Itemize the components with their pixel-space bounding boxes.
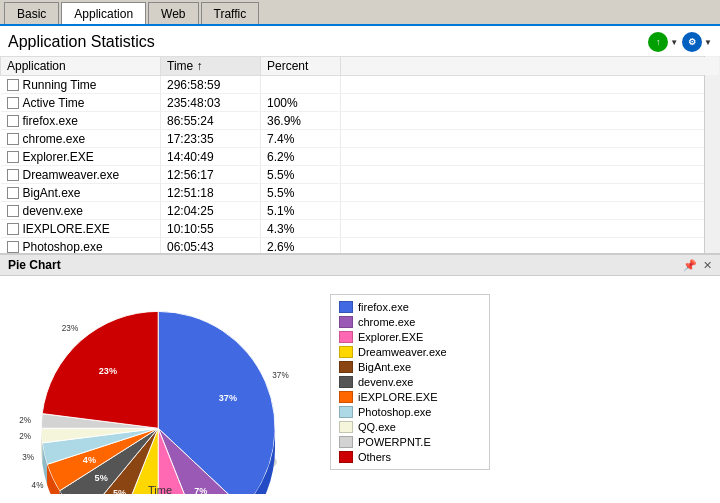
tab-application[interactable]: Application — [61, 2, 146, 24]
legend-color — [339, 436, 353, 448]
percent-cell: 6.2% — [261, 148, 341, 166]
settings-dropdown[interactable]: ▼ — [704, 38, 712, 47]
app-name-cell: devenv.exe — [1, 202, 161, 220]
time-cell: 10:10:55 — [161, 220, 261, 238]
time-cell: 12:56:17 — [161, 166, 261, 184]
table-section: Application Time ↑ Percent Running Time … — [0, 56, 720, 254]
pie-label: 5% — [113, 488, 126, 494]
settings-icon[interactable]: ⚙ — [682, 32, 702, 52]
legend-label: QQ.exe — [358, 421, 396, 433]
app-checkbox[interactable] — [7, 133, 19, 145]
app-checkbox[interactable] — [7, 97, 19, 109]
close-icon[interactable]: ✕ — [703, 259, 712, 272]
legend-item: POWERPNT.E — [339, 436, 481, 448]
app-name-cell: firefox.exe — [1, 112, 161, 130]
legend-item: chrome.exe — [339, 316, 481, 328]
scrollbar[interactable] — [704, 56, 720, 253]
app-checkbox[interactable] — [7, 79, 19, 91]
time-cell: 86:55:24 — [161, 112, 261, 130]
pie-label: 5% — [95, 473, 108, 483]
app-checkbox[interactable] — [7, 151, 19, 163]
legend-color — [339, 316, 353, 328]
pie-external-label: 3% — [22, 453, 34, 462]
header-icons: ↑ ▼ ⚙ ▼ — [648, 32, 712, 52]
pie-external-label: 23% — [62, 324, 78, 333]
page-title: Application Statistics — [8, 33, 155, 51]
table-row: Photoshop.exe 06:05:43 2.6% — [1, 238, 720, 254]
pie-external-label: 2% — [19, 432, 31, 441]
col-percent[interactable]: Percent — [261, 57, 341, 76]
percent-cell: 36.9% — [261, 112, 341, 130]
pie-header: Pie Chart 📌 ✕ — [0, 254, 720, 276]
section-header: Application Statistics ↑ ▼ ⚙ ▼ — [0, 26, 720, 56]
time-cell: 06:05:43 — [161, 238, 261, 254]
legend-color — [339, 376, 353, 388]
col-application[interactable]: Application — [1, 57, 161, 76]
pie-label: 7% — [194, 486, 207, 494]
app-name-cell: Running Time — [1, 76, 161, 94]
app-checkbox[interactable] — [7, 241, 19, 253]
pie-content: 37%7%6%6%5%5%4%23%37%7%6%6%5%5%4%3%2%2%2… — [0, 276, 720, 503]
percent-cell: 5.5% — [261, 166, 341, 184]
legend-color — [339, 346, 353, 358]
table-scroll[interactable]: Application Time ↑ Percent Running Time … — [0, 56, 720, 253]
legend-color — [339, 391, 353, 403]
pie-wrapper: 37%7%6%6%5%5%4%23%37%7%6%6%5%5%4%3%2%2%2… — [10, 284, 310, 494]
stats-table: Application Time ↑ Percent Running Time … — [0, 56, 720, 253]
legend-item: devenv.exe — [339, 376, 481, 388]
legend-label: Photoshop.exe — [358, 406, 431, 418]
pie-label: 23% — [99, 366, 117, 376]
table-row: Running Time 296:58:59 — [1, 76, 720, 94]
time-cell: 296:58:59 — [161, 76, 261, 94]
pie-legend: firefox.exe chrome.exe Explorer.EXE Drea… — [330, 294, 490, 470]
legend-item: Dreamweaver.exe — [339, 346, 481, 358]
legend-label: Dreamweaver.exe — [358, 346, 447, 358]
legend-color — [339, 451, 353, 463]
time-cell: 235:48:03 — [161, 94, 261, 112]
col-empty — [341, 57, 720, 76]
percent-cell: 5.5% — [261, 184, 341, 202]
legend-item: iEXPLORE.EXE — [339, 391, 481, 403]
table-row: Explorer.EXE 14:40:49 6.2% — [1, 148, 720, 166]
percent-cell: 4.3% — [261, 220, 341, 238]
tab-traffic[interactable]: Traffic — [201, 2, 260, 24]
pin-icon[interactable]: 📌 — [683, 259, 697, 272]
table-row: chrome.exe 17:23:35 7.4% — [1, 130, 720, 148]
chart-area: 37%7%6%6%5%5%4%23%37%7%6%6%5%5%4%3%2%2%2… — [10, 284, 700, 494]
pie-label: 37% — [219, 393, 237, 403]
time-cell: 12:04:25 — [161, 202, 261, 220]
time-cell: 14:40:49 — [161, 148, 261, 166]
legend-label: POWERPNT.E — [358, 436, 431, 448]
percent-cell: 2.6% — [261, 238, 341, 254]
app-name-cell: Photoshop.exe — [1, 238, 161, 254]
pie-header-controls: 📌 ✕ — [683, 259, 712, 272]
app-checkbox[interactable] — [7, 169, 19, 181]
app-checkbox[interactable] — [7, 205, 19, 217]
legend-item: BigAnt.exe — [339, 361, 481, 373]
col-time[interactable]: Time ↑ — [161, 57, 261, 76]
app-checkbox[interactable] — [7, 223, 19, 235]
pie-external-label: 2% — [19, 416, 31, 425]
legend-color — [339, 361, 353, 373]
legend-color — [339, 406, 353, 418]
pie-chart-svg: 37%7%6%6%5%5%4%23%37%7%6%6%5%5%4%3%2%2%2… — [10, 284, 310, 494]
export-dropdown[interactable]: ▼ — [670, 38, 678, 47]
table-row: Dreamweaver.exe 12:56:17 5.5% — [1, 166, 720, 184]
export-icon[interactable]: ↑ — [648, 32, 668, 52]
app-name-cell: Dreamweaver.exe — [1, 166, 161, 184]
percent-cell: 100% — [261, 94, 341, 112]
app-checkbox[interactable] — [7, 115, 19, 127]
pie-title: Pie Chart — [8, 258, 61, 272]
app-name-cell: chrome.exe — [1, 130, 161, 148]
percent-cell: 5.1% — [261, 202, 341, 220]
table-row: devenv.exe 12:04:25 5.1% — [1, 202, 720, 220]
legend-label: BigAnt.exe — [358, 361, 411, 373]
table-row: Active Time 235:48:03 100% — [1, 94, 720, 112]
app-checkbox[interactable] — [7, 187, 19, 199]
tab-basic[interactable]: Basic — [4, 2, 59, 24]
table-row: IEXPLORE.EXE 10:10:55 4.3% — [1, 220, 720, 238]
time-cell: 17:23:35 — [161, 130, 261, 148]
tab-web[interactable]: Web — [148, 2, 198, 24]
percent-cell — [261, 76, 341, 94]
legend-color — [339, 331, 353, 343]
